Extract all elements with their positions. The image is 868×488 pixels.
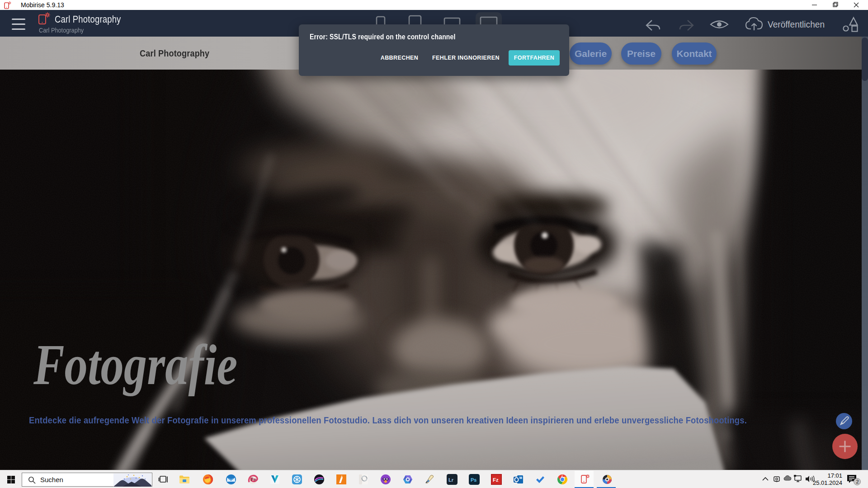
svg-text:Ps: Ps: [471, 477, 476, 483]
svg-text:Lr: Lr: [448, 477, 454, 483]
svg-text:Veröffentlichen: Veröffentlichen: [768, 19, 825, 29]
svg-text:Pe: Pe: [250, 477, 256, 482]
svg-text:Fz: Fz: [493, 477, 499, 483]
svg-text:Fotografie: Fotografie: [33, 333, 237, 397]
svg-text:2: 2: [856, 479, 859, 484]
